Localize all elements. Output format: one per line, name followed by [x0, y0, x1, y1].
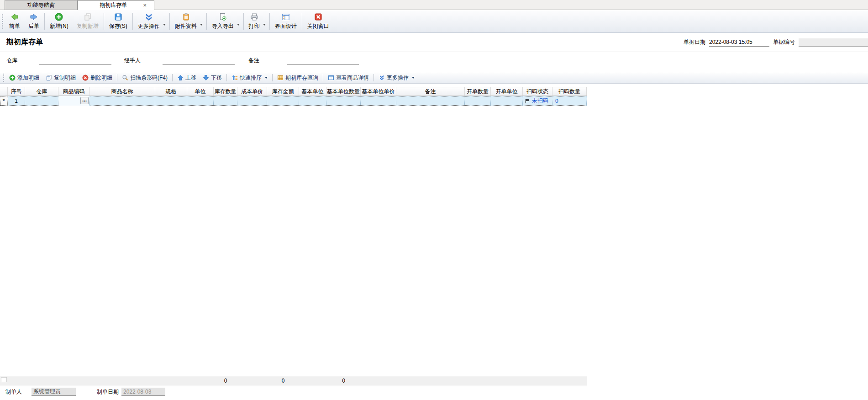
cell-cost-price[interactable]	[237, 96, 267, 106]
cell-base-unit-price[interactable]	[361, 96, 396, 106]
cell-order-unit[interactable]	[491, 96, 523, 106]
ui-design-button[interactable]: 界面设计	[271, 11, 301, 32]
tab-function-nav-label: 功能导航窗	[27, 1, 55, 9]
initial-stock-query-button[interactable]: 期初库存查询	[274, 73, 321, 83]
view-product-detail-button[interactable]: 查看商品详情	[325, 73, 372, 83]
quick-sort-button[interactable]: 快速排序	[228, 73, 271, 83]
scan-barcode-button[interactable]: 扫描条形码(F4)	[119, 73, 171, 83]
chevron-down-icon[interactable]	[200, 24, 203, 26]
next-doc-button[interactable]: 后单	[24, 11, 43, 32]
double-chevron-down-icon	[379, 75, 385, 81]
column-header-scan-status[interactable]: 扫码状态	[523, 87, 552, 96]
column-header-seq[interactable]: 序号	[8, 87, 25, 96]
print-button[interactable]: 打印	[245, 11, 264, 32]
move-up-button[interactable]: 上移	[174, 73, 200, 83]
attachments-label: 附件资料	[175, 22, 197, 30]
cell-product-code[interactable]: ...	[58, 96, 89, 106]
flag-icon	[525, 98, 530, 104]
move-down-button[interactable]: 下移	[200, 73, 225, 83]
save-button[interactable]: 保存(S)	[105, 11, 132, 32]
arrow-right-icon	[29, 12, 38, 21]
footer-corner-box	[1, 377, 7, 382]
cell-product-name[interactable]	[89, 96, 155, 106]
ui-design-label: 界面设计	[275, 22, 297, 30]
column-header-base-unit-qty[interactable]: 基本单位数量	[326, 87, 361, 96]
new-doc-button[interactable]: 新增(N)	[46, 11, 73, 32]
more-actions-button[interactable]: 更多操作	[134, 11, 164, 32]
cell-remark[interactable]	[396, 96, 465, 106]
detail-toolbar-grip-handle[interactable]	[3, 74, 4, 82]
column-header-stock-qty[interactable]: 库存数量	[214, 87, 237, 96]
cell-order-qty[interactable]	[465, 96, 491, 106]
add-detail-button[interactable]: 添加明细	[6, 73, 42, 83]
doc-number-input[interactable]	[799, 38, 868, 47]
cell-warehouse[interactable]	[25, 96, 58, 106]
column-header-order-unit[interactable]: 开单单位	[491, 87, 523, 96]
more-actions-label: 更多操作	[138, 22, 160, 30]
import-export-label: 导入导出	[212, 22, 234, 30]
table-row[interactable]: * 1 ... 未扫码 0	[0, 96, 587, 106]
import-export-button[interactable]: 导入导出	[208, 11, 238, 32]
cell-stock-amount[interactable]	[267, 96, 299, 106]
column-header-stock-amount[interactable]: 库存金额	[267, 87, 299, 96]
detail-more-actions-button[interactable]: 更多操作	[375, 73, 418, 83]
close-window-button[interactable]: 关闭窗口	[303, 11, 333, 32]
form-row: 仓库 经手人 备注	[0, 52, 868, 69]
toolbar-grip-handle[interactable]	[2, 14, 3, 29]
chevron-down-icon[interactable]	[237, 24, 240, 26]
detail-more-actions-label: 更多操作	[387, 74, 409, 82]
column-header-order-qty[interactable]: 开单数量	[465, 87, 491, 96]
cell-unit[interactable]	[187, 96, 214, 106]
main-toolbar: 前单 后单 新增(N) 复制新增 保存(S)	[0, 10, 868, 33]
copy-icon	[83, 12, 92, 21]
column-header-product-name[interactable]: 商品名称	[89, 87, 155, 96]
cell-base-unit[interactable]	[299, 96, 326, 106]
detail-toolbar: 添加明细 复制明细 删除明细 扫描条形码(F4) 上移	[0, 72, 868, 84]
warehouse-input[interactable]	[39, 57, 111, 65]
copy-detail-button[interactable]: 复制明细	[42, 73, 79, 83]
tab-initial-inventory[interactable]: 期初库存单 ×	[78, 0, 154, 10]
remark-input[interactable]	[287, 57, 359, 65]
cell-stock-qty[interactable]	[214, 96, 237, 106]
prev-doc-button[interactable]: 前单	[5, 11, 24, 32]
chevron-down-icon[interactable]	[163, 24, 166, 26]
copy-detail-label: 复制明细	[54, 74, 76, 82]
column-header-spec[interactable]: 规格	[155, 87, 187, 96]
column-header-product-code[interactable]: 商品编码	[58, 87, 89, 96]
doc-date-input[interactable]	[709, 38, 769, 47]
delete-detail-button[interactable]: 删除明细	[79, 73, 116, 83]
lookup-ellipsis-button[interactable]: ...	[80, 97, 89, 104]
doc-date-label: 单据日期	[684, 38, 705, 46]
column-header-scan-qty[interactable]: 扫码数量	[552, 87, 587, 96]
create-date-label: 制单日期	[97, 388, 119, 396]
delete-circle-icon	[82, 75, 89, 81]
column-header-base-unit-price[interactable]: 基本单位单价	[361, 87, 396, 96]
chevron-down-icon[interactable]	[263, 24, 266, 26]
warehouse-label: 仓库	[6, 57, 17, 64]
attachments-button[interactable]: 附件资料	[171, 11, 201, 32]
column-header-base-unit[interactable]: 基本单位	[299, 87, 326, 96]
toolbar-separator	[243, 13, 244, 30]
new-doc-label: 新增(N)	[50, 22, 68, 30]
doc-number-label: 单据编号	[773, 38, 795, 46]
toolbar-separator	[132, 13, 133, 30]
cell-scan-status[interactable]: 未扫码	[523, 96, 552, 106]
creator-input	[32, 388, 76, 396]
cell-seq[interactable]: 1	[8, 96, 25, 106]
column-header-cost-price[interactable]: 成本单价	[237, 87, 267, 96]
tab-function-nav[interactable]: 功能导航窗	[5, 0, 78, 10]
cell-spec[interactable]	[155, 96, 187, 106]
chevron-down-icon[interactable]	[412, 77, 415, 79]
cell-base-unit-qty[interactable]	[326, 96, 361, 106]
handler-input[interactable]	[163, 57, 235, 65]
double-chevron-down-icon	[144, 12, 153, 21]
close-window-label: 关闭窗口	[307, 22, 329, 30]
import-export-group: 导入导出	[208, 11, 242, 32]
column-header-unit[interactable]: 单位	[187, 87, 214, 96]
cell-scan-qty[interactable]: 0	[552, 96, 587, 106]
magnifier-icon	[122, 75, 128, 81]
chevron-down-icon[interactable]	[265, 77, 268, 79]
close-icon[interactable]: ×	[142, 2, 147, 8]
column-header-warehouse[interactable]: 仓库	[25, 87, 58, 96]
column-header-remark[interactable]: 备注	[396, 87, 465, 96]
